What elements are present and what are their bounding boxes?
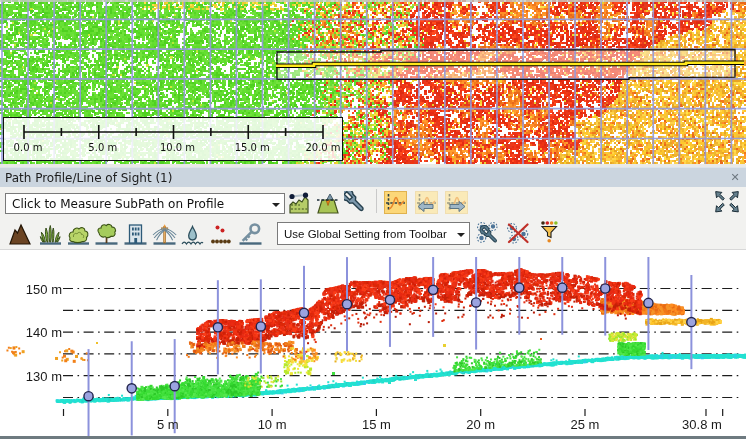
los-sample-marker[interactable] [515, 283, 524, 292]
x-axis-label: 30.8 m [682, 417, 722, 432]
panel-title-bar[interactable]: Path Profile/Line of Sight (1) ✕ [0, 167, 746, 188]
map-view[interactable]: 0.0 m5.0 m10.0 m15.0 m20.0 m [0, 0, 746, 164]
filter-points-icon-graphic [537, 220, 561, 244]
water-class-icon[interactable] [180, 222, 205, 250]
noise-class-icon[interactable] [208, 222, 233, 250]
los-sample-marker[interactable] [84, 392, 93, 401]
y-axis-label: 140 m [26, 325, 62, 340]
profile-crosshair-toggle-graphic [385, 192, 406, 213]
toolbar-separator [376, 189, 377, 213]
los-markers-layer [0, 250, 746, 438]
classification-toolbar: Use Global Setting from Toolbar [0, 215, 746, 249]
expand-view-icon-graphic [714, 190, 741, 214]
profile-chart[interactable]: 150 m140 m130 m 5 m10 m15 m20 m25 m30.8 … [0, 249, 746, 438]
los-sample-marker[interactable] [213, 323, 222, 332]
high-vegetation-class-icon-graphic [94, 222, 119, 246]
los-sample-marker[interactable] [342, 300, 351, 309]
ground-class-icon[interactable] [8, 222, 33, 250]
keypoints-class-icon-graphic [238, 222, 263, 246]
x-axis-label: 20 m [466, 417, 495, 432]
building-class-icon-graphic [123, 222, 148, 246]
corridor-path-line[interactable] [276, 63, 744, 66]
profile-view-icon-graphic [316, 192, 340, 215]
noise-class-icon-graphic [208, 222, 233, 246]
panel-title: Path Profile/Line of Sight (1) [5, 171, 172, 185]
x-axis-label: 25 m [571, 417, 600, 432]
scale-bar-label: 20.0 m [305, 142, 340, 153]
global-setting-combobox[interactable]: Use Global Setting from Toolbar [277, 222, 470, 245]
scale-bar-label: 0.0 m [14, 142, 43, 153]
x-axis-label: 15 m [362, 417, 391, 432]
medium-vegetation-class-icon[interactable] [66, 222, 91, 250]
global-setting-value: Use Global Setting from Toolbar [284, 228, 447, 240]
x-axis-label: 10 m [258, 417, 287, 432]
los-sample-marker[interactable] [127, 384, 136, 393]
combo-dropdown-arrow[interactable] [453, 223, 469, 244]
keypoints-class-icon[interactable] [238, 222, 263, 250]
scale-bar-graphic [4, 118, 342, 160]
scale-bar-label: 10.0 m [160, 142, 195, 153]
los-sample-marker[interactable] [385, 295, 394, 304]
y-axis-label: 130 m [26, 368, 62, 383]
scale-bar-label: 15.0 m [235, 142, 270, 153]
los-sample-marker[interactable] [687, 317, 696, 326]
profile-toolbar: Click to Measure SubPath on Profile [0, 187, 746, 215]
low-vegetation-class-icon-graphic [38, 222, 63, 246]
clear-classification-icon[interactable] [506, 221, 530, 248]
expand-view-icon[interactable] [714, 190, 741, 218]
filter-points-icon[interactable] [537, 220, 561, 248]
building-class-icon[interactable] [123, 222, 148, 250]
app-window: 0.0 m5.0 m10.0 m15.0 m20.0 m Path Profil… [0, 0, 746, 439]
next-profile-button[interactable] [445, 191, 468, 214]
los-sample-marker[interactable] [299, 308, 308, 317]
los-sample-marker[interactable] [558, 283, 567, 292]
x-axis-label: 5 m [157, 417, 179, 432]
powerline-class-icon-graphic [152, 222, 177, 246]
los-sample-marker[interactable] [601, 284, 610, 293]
combo-dropdown-arrow[interactable] [268, 194, 284, 213]
measure-mode-combobox[interactable]: Click to Measure SubPath on Profile [5, 193, 285, 214]
los-sample-marker[interactable] [170, 382, 179, 391]
water-class-icon-graphic [180, 222, 205, 246]
scale-bar-label: 5.0 m [88, 142, 117, 153]
powerline-class-icon[interactable] [152, 222, 177, 250]
close-icon[interactable]: ✕ [728, 170, 742, 185]
measure-mode-value: Click to Measure SubPath on Profile [12, 197, 224, 211]
los-sample-marker[interactable] [472, 298, 481, 307]
wrench-icon-graphic [344, 191, 368, 215]
previous-profile-button-graphic [416, 192, 437, 213]
map-scale-bar: 0.0 m5.0 m10.0 m15.0 m20.0 m [3, 117, 343, 161]
los-sample-marker[interactable] [256, 322, 265, 331]
previous-profile-button[interactable] [415, 191, 438, 214]
low-vegetation-class-icon[interactable] [38, 222, 63, 250]
classification-settings-icon-graphic [476, 221, 500, 244]
high-vegetation-class-icon[interactable] [94, 222, 119, 250]
profile-crosshair-toggle[interactable] [384, 191, 407, 214]
clear-classification-icon-graphic [506, 221, 530, 244]
y-axis-label: 150 m [26, 281, 62, 296]
next-profile-button-graphic [446, 192, 467, 213]
measure-subpath-icon-graphic [288, 192, 311, 215]
los-sample-marker[interactable] [429, 285, 438, 294]
classification-settings-icon[interactable] [476, 221, 500, 248]
los-sample-marker[interactable] [644, 298, 653, 307]
ground-class-icon-graphic [8, 222, 33, 246]
medium-vegetation-class-icon-graphic [66, 222, 91, 246]
